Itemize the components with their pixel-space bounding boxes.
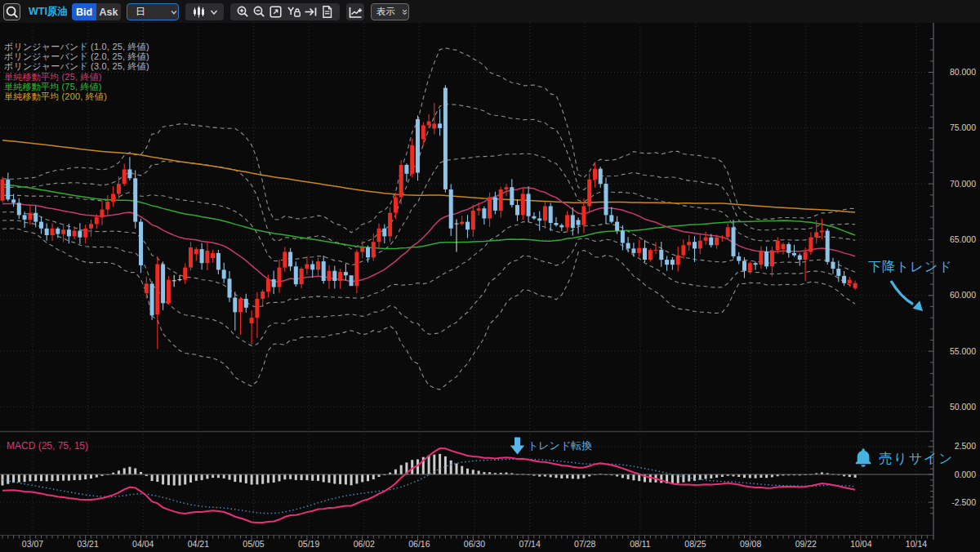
svg-text:03/21: 03/21 — [77, 539, 98, 549]
svg-text:10/14: 10/14 — [906, 539, 927, 549]
svg-text:07/28: 07/28 — [574, 539, 595, 549]
svg-text:08/25: 08/25 — [684, 539, 706, 549]
svg-text:04/21: 04/21 — [188, 539, 209, 549]
svg-text:04/04: 04/04 — [132, 539, 154, 549]
svg-text:75.000: 75.000 — [950, 122, 976, 132]
svg-text:06/16: 06/16 — [408, 539, 430, 549]
svg-text:60.000: 60.000 — [950, 290, 976, 300]
svg-text:50.000: 50.000 — [950, 402, 976, 412]
svg-text:05/05: 05/05 — [243, 539, 264, 549]
svg-text:06/02: 06/02 — [354, 539, 375, 549]
svg-text:05/19: 05/19 — [298, 539, 319, 549]
svg-text:09/08: 09/08 — [740, 539, 761, 549]
svg-text:65.000: 65.000 — [950, 234, 976, 244]
svg-text:80.000: 80.000 — [950, 67, 976, 77]
svg-text:09/22: 09/22 — [795, 539, 817, 549]
svg-text:07/14: 07/14 — [519, 539, 540, 549]
svg-text:70.000: 70.000 — [950, 179, 976, 189]
svg-text:2.500: 2.500 — [955, 441, 976, 451]
svg-text:06/30: 06/30 — [464, 539, 485, 549]
svg-text:0.000: 0.000 — [955, 470, 976, 479]
svg-text:08/11: 08/11 — [630, 539, 651, 549]
svg-text:03/07: 03/07 — [22, 539, 43, 549]
svg-text:10/04: 10/04 — [850, 539, 871, 549]
svg-text:55.000: 55.000 — [950, 346, 976, 356]
svg-text:-2.500: -2.500 — [951, 497, 976, 507]
